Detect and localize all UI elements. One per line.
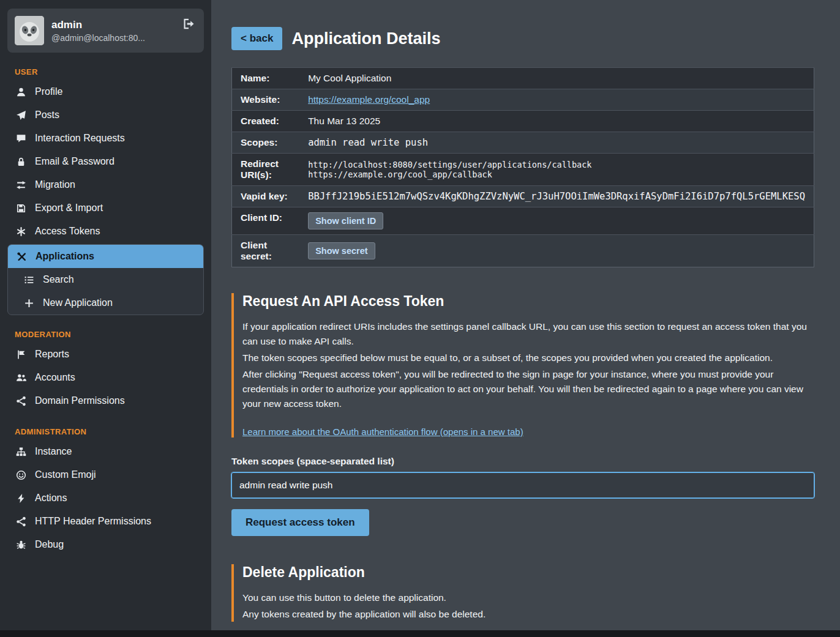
transfer-arrows-icon <box>15 180 27 190</box>
detail-value: My Cool Application <box>299 68 814 89</box>
detail-value: admin read write push <box>299 132 814 154</box>
section-header-administration: ADMINISTRATION <box>7 427 204 436</box>
detail-label: Created: <box>232 111 300 132</box>
sidebar-item-domain-permissions[interactable]: Domain Permissions <box>7 389 204 412</box>
sidebar-item-label: Export & Import <box>35 203 103 214</box>
request-access-token-button[interactable]: Request access token <box>231 509 369 536</box>
avatar <box>15 16 44 45</box>
show-client-id-button[interactable]: Show client ID <box>308 212 383 229</box>
sidebar-item-migration[interactable]: Migration <box>7 173 204 196</box>
sidebar-item-accounts[interactable]: Accounts <box>7 366 204 389</box>
sitemap-icon <box>15 447 27 457</box>
sidebar-item-debug[interactable]: Debug <box>7 533 204 556</box>
sidebar-item-label: Instance <box>35 446 72 457</box>
detail-value: https://example.org/cool_app <box>299 89 814 111</box>
user-info: admin @admin@localhost:80... <box>51 19 173 43</box>
oauth-docs-link[interactable]: Learn more about the OAuth authenticatio… <box>242 427 523 437</box>
sidebar-item-custom-emoji[interactable]: Custom Emoji <box>7 463 204 486</box>
floppy-disk-icon <box>15 203 27 214</box>
main-content: < back Application Details Name:My Cool … <box>211 0 840 630</box>
app-root: admin @admin@localhost:80... USERProfile… <box>0 0 840 630</box>
sidebar-item-label: Profile <box>35 86 62 97</box>
lock-icon <box>15 157 27 167</box>
sidebar-nav: USERProfilePostsInteraction RequestsEmai… <box>7 67 204 556</box>
page-title: Application Details <box>291 29 440 48</box>
application-details-table: Name:My Cool ApplicationWebsite:https://… <box>231 67 814 267</box>
token-scopes-label: Token scopes (space-separated list) <box>231 456 814 467</box>
title-row: < back Application Details <box>231 27 814 50</box>
back-button[interactable]: < back <box>231 27 282 50</box>
detail-label: Name: <box>232 68 300 89</box>
sidebar-item-profile[interactable]: Profile <box>7 80 204 103</box>
redirect-uri: http://localhost:8080/settings/user/appl… <box>308 160 805 169</box>
sidebar-item-label: Reports <box>35 349 69 360</box>
sidebar-item-http-header-permissions[interactable]: HTTP Header Permissions <box>7 510 204 533</box>
user-handle: @admin@localhost:80... <box>51 33 173 43</box>
section-header-moderation: MODERATION <box>7 330 204 339</box>
sidebar-item-label: Debug <box>35 539 64 550</box>
sidebar-item-label: Applications <box>36 251 94 262</box>
show-secret-button[interactable]: Show secret <box>308 242 375 259</box>
redirect-uri: https://example.org/cool_app/callback <box>308 169 805 179</box>
detail-row-website: Website:https://example.org/cool_app <box>232 89 814 111</box>
request-token-paragraph: The token scopes specified below must be… <box>242 351 814 365</box>
active-nav-group: ApplicationsSearchNew Application <box>7 244 204 315</box>
sidebar-item-label: Actions <box>35 493 67 504</box>
detail-label: Vapid key: <box>232 186 300 207</box>
sidebar-item-reports[interactable]: Reports <box>7 343 204 366</box>
user-icon <box>15 87 27 97</box>
detail-row-redirect-uri-s: Redirect URI(s):http://localhost:8080/se… <box>232 154 814 186</box>
detail-label: Client secret: <box>232 235 300 267</box>
sidebar-item-label: HTTP Header Permissions <box>35 516 151 527</box>
sidebar-item-posts[interactable]: Posts <box>7 103 204 127</box>
detail-label: Client ID: <box>232 207 300 235</box>
sidebar-item-label: Custom Emoji <box>35 469 96 480</box>
user-card[interactable]: admin @admin@localhost:80... <box>7 9 204 53</box>
comment-icon <box>15 133 27 144</box>
applications-submenu: SearchNew Application <box>8 268 203 315</box>
delete-application-docs: Delete Application You can use this butt… <box>231 564 814 622</box>
sidebar-item-label: Search <box>43 274 74 285</box>
section-header-user: USER <box>7 67 204 76</box>
sidebar-item-instance[interactable]: Instance <box>7 440 204 463</box>
sidebar-item-label: Domain Permissions <box>35 395 125 406</box>
detail-row-client-secret: Client secret:Show secret <box>232 235 814 267</box>
sidebar-item-label: Access Tokens <box>35 226 100 237</box>
request-token-paragraph: After clicking "Request access token", y… <box>242 367 814 411</box>
sidebar-item-label: New Application <box>43 297 113 308</box>
sidebar-item-interaction-requests[interactable]: Interaction Requests <box>7 127 204 150</box>
website-link[interactable]: https://example.org/cool_app <box>308 94 430 105</box>
asterisk-icon <box>15 226 27 237</box>
sidebar-item-search[interactable]: Search <box>8 268 203 291</box>
sidebar-item-label: Accounts <box>35 372 75 383</box>
detail-value: Show secret <box>299 235 814 267</box>
detail-row-client-id: Client ID:Show client ID <box>232 207 814 235</box>
sidebar-item-label: Interaction Requests <box>35 133 125 144</box>
bug-icon <box>15 540 27 550</box>
smiley-icon <box>15 470 27 480</box>
token-scopes-input[interactable] <box>231 472 814 498</box>
delete-paragraph: Any tokens created by the application wi… <box>242 607 814 622</box>
detail-value: BBJffJ219b5iE512m7wQSzv4KgKDhgZZVzNyWC_r… <box>299 186 814 207</box>
sidebar-item-actions[interactable]: Actions <box>7 486 204 510</box>
delete-paragraph: You can use this button to delete the ap… <box>242 590 814 605</box>
logout-icon[interactable] <box>181 16 197 34</box>
sidebar-item-label: Email & Password <box>35 156 114 167</box>
sidebar-item-label: Migration <box>35 179 75 190</box>
detail-value: http://localhost:8080/settings/user/appl… <box>299 154 814 186</box>
sidebar-item-applications[interactable]: Applications <box>8 245 203 268</box>
network-icon <box>15 516 27 527</box>
sidebar-item-new-application[interactable]: New Application <box>8 291 203 315</box>
detail-row-scopes: Scopes:admin read write push <box>232 132 814 154</box>
users-icon <box>15 373 27 383</box>
detail-label: Scopes: <box>232 132 300 154</box>
request-token-section: Request An API Access Token If your appl… <box>231 293 814 536</box>
request-token-docs: Request An API Access Token If your appl… <box>231 293 814 438</box>
request-token-paragraph: If your application redirect URIs includ… <box>242 319 814 349</box>
paper-plane-icon <box>15 110 27 121</box>
sidebar: admin @admin@localhost:80... USERProfile… <box>0 0 211 630</box>
sidebar-item-email-password[interactable]: Email & Password <box>7 150 204 173</box>
sidebar-item-access-tokens[interactable]: Access Tokens <box>7 220 204 243</box>
sidebar-item-export-import[interactable]: Export & Import <box>7 196 204 220</box>
user-name: admin <box>51 19 173 31</box>
